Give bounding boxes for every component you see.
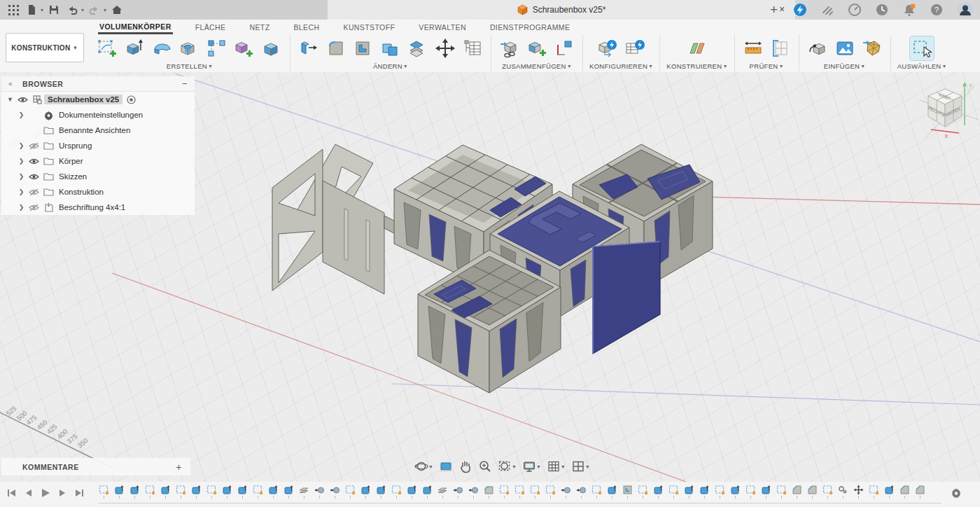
timeline-feature-sketch[interactable]: [529, 485, 540, 499]
timeline-feature-move-pin[interactable]: [468, 485, 479, 499]
nav-pan-button[interactable]: [458, 459, 472, 473]
timeline-feature-sketch[interactable]: [714, 485, 725, 499]
timeline-feature-move[interactable]: [853, 485, 864, 499]
browser-row-beschriftung-4x4-1[interactable]: ❯Beschriftung 4x4:1: [1, 200, 195, 215]
chevron-right-icon[interactable]: ❯: [17, 173, 26, 180]
nav-layout-grid-button[interactable]: ▼: [547, 459, 566, 473]
view-cube[interactable]: OBEN RECHTS HINTEN X Y: [918, 74, 980, 141]
timeline-feature-sketch[interactable]: [206, 485, 217, 499]
timeline-feature-extrude[interactable]: [683, 485, 694, 499]
timeline-feature-sketch[interactable]: [498, 485, 510, 499]
timeline-feature-extrude[interactable]: [267, 485, 279, 499]
browser-row-dokumenteinstellungen[interactable]: ❯Dokumenteinstellungen: [1, 107, 195, 123]
timeline-feature-sketch[interactable]: [545, 485, 556, 499]
browser-collapse-button[interactable]: «: [8, 80, 13, 88]
timeline-feature-extrude[interactable]: [606, 485, 617, 499]
nav-window-zoom-button[interactable]: ▼: [498, 459, 517, 473]
timeline-feature-move-pin[interactable]: [452, 485, 463, 499]
timeline-feature-extrude[interactable]: [406, 485, 417, 499]
timeline-feature-sketch[interactable]: [514, 485, 525, 499]
timeline-feature-extrude[interactable]: [113, 485, 125, 499]
browser-row-ursprung[interactable]: ❯Ursprung: [1, 138, 195, 153]
browser-row-k-rper[interactable]: ❯Körper: [1, 153, 195, 169]
nav-look-at-button[interactable]: [439, 459, 453, 473]
timeline-feature-link[interactable]: [837, 485, 848, 499]
timeline-feature-extrude[interactable]: [421, 485, 433, 499]
timeline-feature-extrude[interactable]: [129, 485, 140, 499]
chevron-right-icon[interactable]: ❯: [17, 142, 26, 149]
timeline-feature-extrude[interactable]: [760, 485, 771, 499]
timeline-step-back-button[interactable]: [22, 487, 35, 499]
timeline-feature-sketch[interactable]: [745, 485, 756, 499]
timeline-feature-chamfer[interactable]: [914, 485, 925, 499]
timeline-feature-plane[interactable]: [298, 485, 309, 499]
visibility-eye-off-icon[interactable]: [26, 142, 41, 150]
visibility-eye-off-icon[interactable]: [26, 204, 41, 211]
chevron-right-icon[interactable]: ❯: [17, 158, 26, 165]
timeline-feature-sketch[interactable]: [776, 485, 787, 499]
timeline-feature-extrude[interactable]: [699, 485, 710, 499]
viewport-3d[interactable]: 525500475450425400375350200225250 « BROW…: [0, 72, 980, 482]
timeline-feature-move-pin[interactable]: [560, 485, 571, 499]
visibility-eye-off-icon[interactable]: [26, 188, 41, 196]
chevron-right-icon[interactable]: ❯: [17, 111, 26, 118]
timeline-feature-extrude[interactable]: [360, 485, 371, 499]
add-comment-button[interactable]: +: [176, 461, 182, 473]
nav-display-settings-button[interactable]: ▼: [522, 459, 541, 473]
timeline-feature-move-pin[interactable]: [329, 485, 340, 499]
timeline-feature-extrude[interactable]: [190, 485, 202, 499]
timeline-play-button[interactable]: [39, 487, 52, 499]
browser-row-schraubenbox-v25[interactable]: ▼Schraubenbox v25: [1, 92, 195, 107]
timeline-feature-extrude[interactable]: [221, 485, 232, 499]
nav-viewports-button[interactable]: ▼: [571, 459, 590, 473]
chevron-right-icon[interactable]: ❯: [17, 188, 26, 195]
timeline-feature-sketch[interactable]: [668, 485, 679, 499]
timeline-feature-move-pin[interactable]: [314, 485, 325, 499]
timeline-skip-end-button[interactable]: [73, 487, 85, 499]
browser-minimize-button[interactable]: −: [182, 78, 188, 89]
timeline-feature-sketch[interactable]: [344, 485, 356, 499]
nav-zoom-button[interactable]: [478, 459, 492, 473]
timeline-feature-move-pin[interactable]: [575, 485, 587, 499]
timeline-feature-chamfer[interactable]: [899, 485, 910, 499]
timeline-feature-chamfer[interactable]: [791, 485, 802, 499]
timeline-feature-fillet[interactable]: [483, 485, 494, 499]
timeline-feature-sketch[interactable]: [391, 485, 402, 499]
visibility-eye-icon[interactable]: [26, 173, 41, 181]
comments-panel[interactable]: KOMMENTARE +: [1, 458, 190, 475]
browser-row-skizzen[interactable]: ❯Skizzen: [1, 169, 195, 184]
timeline-feature-plane[interactable]: [437, 485, 448, 499]
timeline-feature-sketch[interactable]: [822, 485, 833, 499]
timeline-feature-extrude[interactable]: [652, 485, 664, 499]
timeline-step-forward-button[interactable]: [56, 487, 69, 499]
timeline-feature-sketch[interactable]: [144, 485, 155, 499]
browser-row-konstruktion[interactable]: ❯Konstruktion: [1, 184, 195, 200]
timeline-feature-extrude[interactable]: [729, 485, 741, 499]
timeline-skip-start-button[interactable]: [6, 487, 18, 499]
model-body-blue-panel[interactable]: [593, 242, 660, 354]
timeline-feature-extrude[interactable]: [375, 485, 386, 499]
annotation-icon: [41, 202, 55, 212]
y-axis-label: Y: [969, 83, 973, 89]
nav-orbit-button[interactable]: ▼: [414, 459, 433, 473]
timeline-feature-sketch[interactable]: [252, 485, 263, 499]
browser-row-benannte-ansichten[interactable]: Benannte Ansichten: [1, 123, 195, 138]
timeline-feature-extrude[interactable]: [883, 485, 895, 499]
timeline-feature-extrude[interactable]: [237, 485, 248, 499]
timeline-feature-sketch[interactable]: [868, 485, 879, 499]
visibility-eye-icon[interactable]: [15, 96, 30, 104]
chevron-right-icon[interactable]: ❯: [17, 204, 26, 211]
timeline-feature-sketch[interactable]: [591, 485, 602, 499]
timeline-feature-extrude[interactable]: [283, 485, 294, 499]
visibility-eye-icon[interactable]: [26, 158, 41, 165]
timeline-settings-gear-icon[interactable]: [951, 487, 962, 498]
timeline-feature-sketch[interactable]: [98, 485, 109, 499]
timeline-features: [98, 485, 925, 499]
chevron-down-icon[interactable]: ▼: [6, 96, 15, 103]
timeline-feature-sketch[interactable]: [175, 485, 186, 499]
timeline-feature-shell[interactable]: [622, 485, 633, 499]
timeline-feature-extrude[interactable]: [160, 485, 171, 499]
activate-component-radio[interactable]: [127, 95, 136, 104]
timeline-feature-sketch[interactable]: [637, 485, 648, 499]
timeline-feature-chamfer[interactable]: [806, 485, 818, 499]
